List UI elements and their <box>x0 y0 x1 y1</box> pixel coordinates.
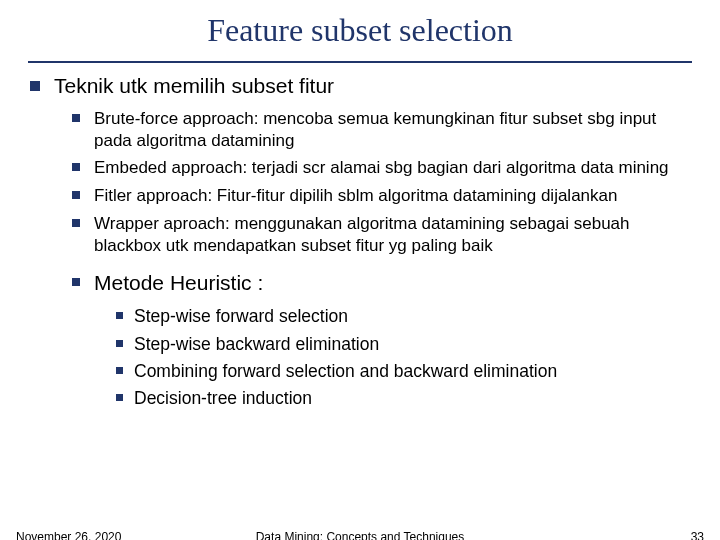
slide-content: Teknik utk memilih subset fitur Brute-fo… <box>0 73 720 410</box>
footer-title: Data Mining: Concepts and Techniques <box>0 530 720 540</box>
list-item-text: Step-wise forward selection <box>134 306 348 326</box>
list-item-text: Wrapper aproach: menggunakan algoritma d… <box>94 214 630 255</box>
list-item: Fitler approach: Fitur-fitur dipilih sbl… <box>68 185 692 207</box>
list-item-text: Teknik utk memilih subset fitur <box>54 74 334 97</box>
list-item-text: Embeded approach: terjadi scr alamai sbg… <box>94 158 669 177</box>
list-item: Brute-force approach: mencoba semua kemu… <box>68 108 692 152</box>
list-item: Wrapper aproach: menggunakan algoritma d… <box>68 213 692 257</box>
list-item: Step-wise backward elimination <box>112 333 692 355</box>
list-item-text: Fitler approach: Fitur-fitur dipilih sbl… <box>94 186 617 205</box>
list-item-text: Combining forward selection and backward… <box>134 361 557 381</box>
list-item-text: Decision-tree induction <box>134 388 312 408</box>
list-item-text: Step-wise backward elimination <box>134 334 379 354</box>
list-item: Embeded approach: terjadi scr alamai sbg… <box>68 157 692 179</box>
list-item-text: Metode Heuristic : <box>94 271 263 294</box>
slide-title: Feature subset selection <box>0 0 720 55</box>
list-item: Metode Heuristic : Step-wise forward sel… <box>68 270 692 409</box>
bullet-list-level1: Teknik utk memilih subset fitur Brute-fo… <box>28 73 692 410</box>
bullet-list-level2: Brute-force approach: mencoba semua kemu… <box>54 108 692 257</box>
list-item: Decision-tree induction <box>112 387 692 409</box>
bullet-list-level2: Metode Heuristic : Step-wise forward sel… <box>54 270 692 409</box>
list-item: Teknik utk memilih subset fitur Brute-fo… <box>28 73 692 410</box>
bullet-list-level3: Step-wise forward selection Step-wise ba… <box>94 305 692 410</box>
page-number: 33 <box>691 530 704 540</box>
list-item-text: Brute-force approach: mencoba semua kemu… <box>94 109 656 150</box>
slide: Feature subset selection Teknik utk memi… <box>0 0 720 540</box>
list-item: Step-wise forward selection <box>112 305 692 327</box>
title-divider <box>28 61 692 63</box>
list-item: Combining forward selection and backward… <box>112 360 692 382</box>
